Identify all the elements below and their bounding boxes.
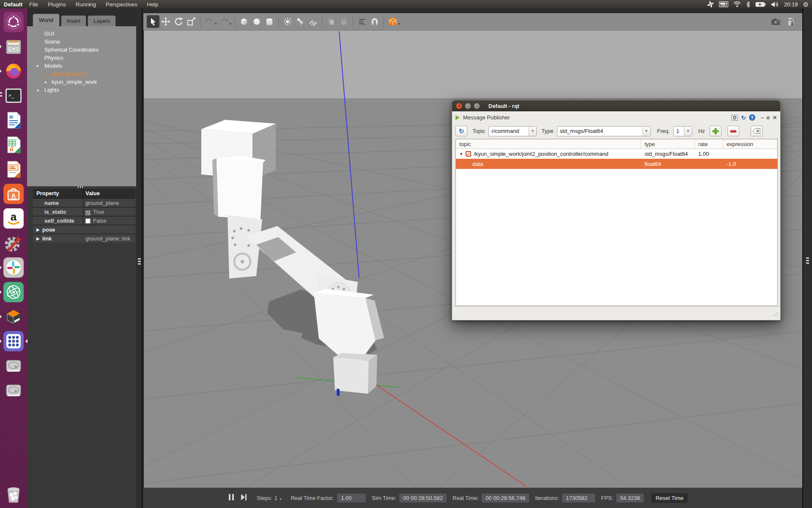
- dock-show-apps[interactable]: [3, 331, 24, 351]
- tree-item-models[interactable]: ▾Models: [27, 62, 136, 70]
- tree-item-gui[interactable]: GUI: [27, 30, 136, 38]
- menu-help[interactable]: Help: [147, 1, 159, 8]
- expander-right-icon[interactable]: ▶: [36, 234, 40, 243]
- col-rate[interactable]: rate: [695, 139, 723, 149]
- log-record-button[interactable]: LOG: [785, 15, 797, 28]
- menu-running[interactable]: Running: [76, 1, 96, 8]
- widget-close-icon[interactable]: ✕: [773, 115, 777, 121]
- tab-layers[interactable]: Layers: [88, 15, 116, 26]
- remove-publisher-button[interactable]: [727, 126, 739, 136]
- panel-splitter-grip[interactable]: [78, 186, 85, 188]
- left-splitter[interactable]: [136, 8, 143, 508]
- battery-icon[interactable]: [755, 2, 766, 7]
- help-icon[interactable]: ?: [749, 114, 755, 121]
- checkbox-unchecked-icon[interactable]: [85, 218, 91, 224]
- dock-gazebo[interactable]: [3, 306, 24, 327]
- dock-widget-icon[interactable]: D: [731, 115, 738, 121]
- table-header-row[interactable]: topic type rate expression: [456, 139, 777, 149]
- tree-item-kyun-simple-work[interactable]: ▸kyun_simple_work: [27, 78, 136, 86]
- expander-down-icon[interactable]: ▾: [36, 62, 38, 70]
- property-row-link[interactable]: ▶ link ground_plane::link: [33, 234, 135, 243]
- menu-plugins[interactable]: Plugins: [48, 1, 66, 8]
- pause-button[interactable]: [229, 494, 234, 502]
- reset-time-button[interactable]: Reset Time: [651, 493, 688, 503]
- dock-disk-1[interactable]: [3, 356, 24, 376]
- paste-button[interactable]: [337, 15, 350, 28]
- dock-libreoffice-impress[interactable]: [3, 159, 24, 179]
- undo-button[interactable]: [203, 15, 216, 28]
- undo-dropdown-icon[interactable]: ▾: [215, 22, 217, 26]
- view-angle-button[interactable]: [387, 15, 399, 28]
- splitter-handle[interactable]: [138, 258, 141, 260]
- point-light-button[interactable]: [281, 15, 294, 28]
- dock-libreoffice-calc[interactable]: [3, 135, 24, 155]
- widget-float-icon[interactable]: o: [767, 115, 770, 121]
- insert-sphere-button[interactable]: [250, 15, 263, 28]
- expander-right-icon[interactable]: ▸: [45, 78, 47, 86]
- align-button[interactable]: [356, 15, 368, 28]
- keyboard-icon[interactable]: [719, 1, 728, 7]
- type-combobox[interactable]: std_msgs/Float64 ▼: [557, 126, 651, 136]
- slack-tray-icon[interactable]: [707, 1, 714, 8]
- dropdown-arrow-icon[interactable]: ▼: [528, 127, 536, 136]
- redo-dropdown-icon[interactable]: ▾: [230, 22, 232, 26]
- expander-down-icon[interactable]: ▼: [459, 152, 463, 156]
- volume-icon[interactable]: [771, 1, 779, 8]
- tree-item-physics[interactable]: Physics: [27, 54, 136, 62]
- tree-item-ground-plane[interactable]: ▸ground_plane: [27, 70, 136, 78]
- dock-disk-2[interactable]: [3, 380, 24, 400]
- table-row-data[interactable]: data float64 -1.0: [456, 159, 777, 169]
- col-expression[interactable]: expression: [723, 139, 777, 149]
- col-type[interactable]: type: [641, 139, 695, 149]
- freq-combobox[interactable]: 1 ▼: [673, 126, 692, 136]
- dock-settings[interactable]: [3, 233, 24, 253]
- dock-files[interactable]: [3, 36, 24, 57]
- expander-right-icon[interactable]: ▸: [37, 86, 39, 94]
- tree-item-scene[interactable]: Scene: [27, 38, 136, 46]
- steps-spinner[interactable]: Steps: 1 ▾: [257, 494, 282, 501]
- wifi-icon[interactable]: [733, 1, 741, 7]
- screenshot-camera-button[interactable]: [769, 15, 782, 28]
- dock-amazon[interactable]: a: [3, 208, 24, 229]
- directional-light-button[interactable]: [307, 15, 319, 28]
- property-row-self-collide[interactable]: self_collide False: [33, 216, 135, 225]
- scale-tool-button[interactable]: [185, 15, 198, 28]
- property-row-pose[interactable]: ▶ pose: [33, 225, 135, 234]
- dock-ubuntu-dash[interactable]: [3, 12, 24, 32]
- spot-light-button[interactable]: [294, 15, 307, 28]
- snap-button[interactable]: [368, 15, 381, 28]
- translate-tool-button[interactable]: [159, 15, 172, 28]
- minimize-button[interactable]: −: [465, 103, 471, 109]
- dock-ubuntu-software[interactable]: A: [3, 184, 24, 204]
- dropdown-arrow-icon[interactable]: ▼: [684, 127, 692, 136]
- reload-plugin-icon[interactable]: ↻: [741, 114, 746, 121]
- menu-file[interactable]: File: [29, 1, 38, 8]
- dock-firefox[interactable]: [3, 61, 24, 81]
- resize-grip[interactable]: [773, 311, 778, 318]
- refresh-topics-button[interactable]: ↻: [455, 126, 467, 136]
- dock-trash[interactable]: [3, 484, 24, 505]
- dock-libreoffice-writer[interactable]: [3, 110, 24, 130]
- view-dropdown-icon[interactable]: ▾: [398, 22, 401, 26]
- menu-perspectives[interactable]: Perspectives: [106, 1, 137, 8]
- dock-atom[interactable]: [3, 282, 24, 302]
- publish-checkbox-checked[interactable]: ✓: [466, 151, 471, 157]
- rotate-tool-button[interactable]: [172, 15, 185, 28]
- steps-caret-icon[interactable]: ▾: [280, 497, 282, 501]
- close-button[interactable]: ✕: [456, 103, 462, 109]
- add-publisher-button[interactable]: [710, 126, 721, 136]
- property-row-is-static[interactable]: is_static ✓True: [33, 207, 135, 216]
- right-splitter[interactable]: [802, 8, 812, 508]
- dock-slack[interactable]: [3, 257, 24, 278]
- bluetooth-icon[interactable]: [746, 1, 750, 8]
- tab-insert[interactable]: Insert: [61, 15, 87, 26]
- property-row-name[interactable]: name ground_plane: [33, 198, 135, 207]
- dropdown-arrow-icon[interactable]: ▼: [642, 127, 650, 136]
- maximize-button[interactable]: ▫: [474, 103, 480, 109]
- expander-right-icon[interactable]: ▸: [45, 70, 47, 78]
- copy-button[interactable]: [325, 15, 337, 28]
- clock[interactable]: 20:19: [784, 1, 798, 8]
- widget-minimize-icon[interactable]: –: [761, 115, 764, 121]
- col-topic[interactable]: topic: [456, 139, 641, 149]
- session-gear-icon[interactable]: ⚙: [803, 1, 809, 8]
